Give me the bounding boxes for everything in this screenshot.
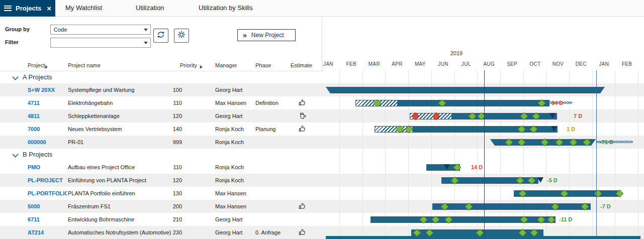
project-id-link[interactable]: PMO <box>28 161 67 174</box>
group-label: A Projects <box>23 71 52 83</box>
delay-label: 34 D <box>551 99 563 106</box>
group-expander-icon[interactable] <box>12 74 19 80</box>
estimate-cell <box>295 187 310 200</box>
project-row[interactable]: AT214Automatisches Notrufsystem (Automot… <box>0 226 644 239</box>
delay-label: 7 D <box>574 112 582 120</box>
project-row[interactable]: 4711Elektrohängebahn110Max HansenDefinit… <box>0 96 644 109</box>
project-manager: Max Hansen <box>215 96 254 109</box>
month-label: SEP <box>502 61 522 67</box>
new-project-button[interactable]: » New Project <box>237 29 296 41</box>
delay-label: 1 D <box>567 126 575 133</box>
project-id-link[interactable]: 4711 <box>28 96 67 109</box>
project-id-link[interactable]: PL-PORTFOLIO <box>28 187 67 200</box>
project-priority: 200 <box>151 200 182 213</box>
project-id-link[interactable]: S+W 20XX <box>28 83 67 96</box>
project-row[interactable]: 4811Schleppkettenanlage120Georg Hart7 D <box>0 109 644 123</box>
project-priority: 110 <box>151 96 182 109</box>
group-header-row[interactable]: B Projects <box>0 149 644 161</box>
project-row[interactable]: 6711Entwicklung Bohrmaschine210Georg Har… <box>0 213 644 226</box>
project-row[interactable]: 000000PR-01999Ronja Koch>>>>>>>>>>>>>>>-… <box>0 136 644 149</box>
delay-label: -5 D <box>547 177 558 184</box>
project-priority: 140 <box>151 123 182 136</box>
bar-end-marker <box>444 164 450 170</box>
thumbs-up-icon[interactable] <box>295 200 310 213</box>
gantt-row: -11 D <box>322 213 644 226</box>
gantt-row: >>>>>>>>>>>>>>>-71 D <box>322 136 644 149</box>
col-project-name[interactable]: Project name <box>68 62 101 68</box>
filter-select[interactable] <box>50 38 151 48</box>
gantt-bar[interactable] <box>432 203 591 210</box>
gantt-row: -5 D <box>322 174 644 187</box>
project-row[interactable]: PL-PROJECTEinführung von PLANTA Project1… <box>0 174 644 187</box>
group-header-row[interactable]: A Projects <box>0 71 644 83</box>
project-row[interactable]: S+W 20XXSystempflege und Wartung100Georg… <box>0 83 644 96</box>
project-manager: Ronja Koch <box>215 136 254 149</box>
col-estimate[interactable]: Estimate <box>291 62 312 68</box>
group-by-select[interactable]: Code <box>50 25 151 35</box>
project-id-link[interactable]: 000000 <box>28 136 67 149</box>
thumb-side-icon[interactable] <box>295 109 310 123</box>
project-table: A ProjectsS+W 20XXSystempflege und Wartu… <box>0 71 644 239</box>
month-label: JAN <box>594 61 614 67</box>
estimate-cell <box>295 174 310 187</box>
group-expander-icon[interactable] <box>12 151 19 158</box>
project-phase: Definition <box>255 96 291 109</box>
col-priority[interactable]: Priority <box>166 62 197 68</box>
month-label: MAR <box>364 61 384 67</box>
project-manager: Ronja Koch <box>215 174 254 187</box>
project-id-link[interactable]: 4811 <box>28 109 67 123</box>
chevron-down-icon <box>144 29 148 31</box>
project-id-link[interactable]: AT214 <box>28 226 67 239</box>
settings-button[interactable] <box>174 29 189 43</box>
group-label: B Projects <box>23 149 52 161</box>
project-id-link[interactable]: 6711 <box>28 213 67 226</box>
close-tab-icon[interactable]: × <box>47 5 51 12</box>
delay-label: 14 D <box>471 164 483 171</box>
thumbs-up-icon[interactable] <box>295 226 310 239</box>
month-label: FEB <box>341 61 361 67</box>
project-row[interactable]: 7000Neues Vertriebsystem140Ronja KochPla… <box>0 123 644 136</box>
gantt-bar[interactable] <box>326 87 605 93</box>
menu-icon[interactable] <box>4 6 12 11</box>
project-id-link[interactable]: 7000 <box>28 123 67 136</box>
tab-utilization-by-skills[interactable]: Utilization by Skills <box>193 0 259 17</box>
chevron-down-icon <box>144 42 148 44</box>
gear-icon <box>177 31 186 41</box>
tab-my-watchlist[interactable]: My Watchlist <box>59 0 108 17</box>
gantt-row <box>322 226 644 239</box>
tab-bar: Projects × My Watchlist Utilization Util… <box>0 0 644 17</box>
month-label: JAN <box>318 61 338 67</box>
bar-end-marker <box>537 177 543 183</box>
project-priority: 100 <box>151 83 182 96</box>
refresh-button[interactable] <box>153 29 168 43</box>
col-manager[interactable]: Manager <box>215 62 237 68</box>
project-id-link[interactable]: PL-PROJECT <box>28 174 67 187</box>
project-row[interactable]: 5000Fräszentrum FS1200Max Hansen-7 D <box>0 200 644 213</box>
estimate-cell <box>295 213 310 226</box>
month-label: JUN <box>433 61 453 67</box>
filter-label: Filter <box>5 39 19 45</box>
project-priority: 999 <box>151 136 182 149</box>
tab-utilization[interactable]: Utilization <box>130 0 170 17</box>
project-row[interactable]: PMOAufbau eines Project Office110Ronja K… <box>0 161 644 174</box>
month-label: MAY <box>410 61 430 67</box>
month-label: NOV <box>548 61 568 67</box>
project-phase: 0. Anfrage <box>255 226 291 239</box>
col-phase[interactable]: Phase <box>255 62 271 68</box>
thumbs-up-icon[interactable] <box>295 96 310 109</box>
project-priority: 230 <box>151 226 182 239</box>
month-label: APR <box>387 61 407 67</box>
project-id-link[interactable]: 5000 <box>28 200 67 213</box>
project-row[interactable]: PL-PORTFOLIOPLANTA Portfolio einführen13… <box>0 187 644 200</box>
timeline-year: 2019 <box>441 50 472 56</box>
delay-label: -71 D <box>600 139 613 146</box>
project-manager: Ronja Koch <box>215 161 254 174</box>
col-project[interactable]: Project <box>28 62 45 68</box>
project-manager: Georg Hart <box>215 226 254 239</box>
group-by-value: Code <box>54 27 67 33</box>
thumbs-up-icon[interactable] <box>295 123 310 136</box>
table-header: Project 2▲ Project name Priority 1▲ Mana… <box>0 60 322 71</box>
tab-projects[interactable]: Projects × <box>0 0 55 17</box>
month-label: AUG <box>479 61 499 67</box>
project-priority: 120 <box>151 109 182 123</box>
